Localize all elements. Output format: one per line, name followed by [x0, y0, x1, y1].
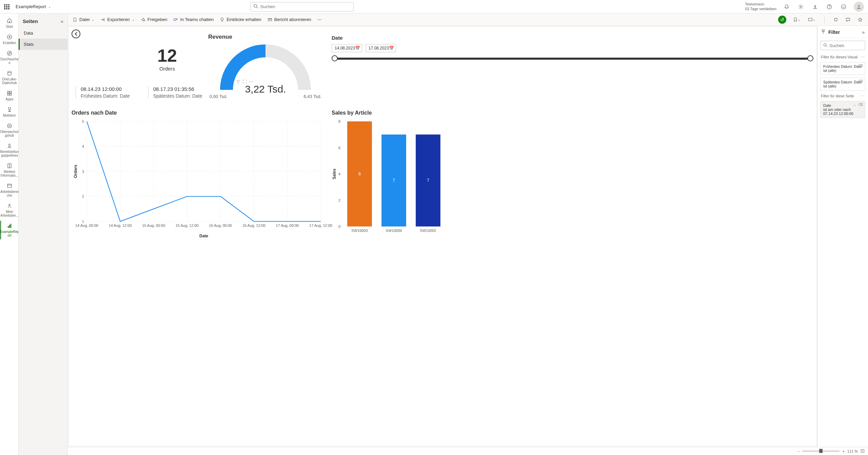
- date-from-input[interactable]: 14.08.2023📅: [332, 44, 362, 52]
- card-date-range[interactable]: 08.14.23 12:00:00 Frühestes Datum: Date …: [76, 86, 207, 99]
- fit-to-page-button[interactable]: [861, 449, 865, 454]
- chevron-down-icon[interactable]: ⌄: [853, 64, 856, 67]
- filter-card[interactable]: ⌄⌫ Frühestes Datum: Date ist (alle): [820, 62, 865, 75]
- rail-workspaces[interactable]: Arbeitsberei che: [0, 181, 18, 199]
- ellipsis-icon[interactable]: ⋯: [861, 55, 865, 59]
- settings-button[interactable]: [797, 3, 805, 11]
- rail-create[interactable]: Erstellen: [0, 32, 18, 47]
- file-icon: [73, 17, 77, 22]
- orders-value: 12: [126, 45, 208, 66]
- download-button[interactable]: [811, 3, 819, 11]
- zoom-out-button[interactable]: −: [797, 449, 800, 453]
- svg-rect-15: [10, 94, 12, 95]
- page-item-stats[interactable]: Stats: [19, 39, 67, 50]
- back-button[interactable]: [72, 29, 80, 38]
- bar-chart-title: Sales by Article: [332, 110, 813, 116]
- rail-myworkspace[interactable]: Mein Arbeitsber...: [0, 201, 18, 219]
- rail-home[interactable]: Start: [0, 16, 18, 31]
- svg-text:SW10003: SW10003: [351, 229, 368, 233]
- app-launcher-button[interactable]: [4, 4, 9, 9]
- filter-icon: [821, 29, 826, 35]
- reset-button[interactable]: ↺: [778, 16, 786, 24]
- slider-handle-end[interactable]: [807, 55, 813, 61]
- home-icon: [6, 18, 13, 24]
- latest-date-value: 08.17.23 01:35:56: [153, 86, 202, 92]
- global-search-input[interactable]: [260, 4, 351, 9]
- bar-chart-sales[interactable]: Sales by Article 024688SW100037SW100007S…: [332, 110, 813, 241]
- subscribe-button[interactable]: Bericht abonnieren: [268, 17, 311, 22]
- chevron-down-icon: ⌄: [92, 18, 94, 21]
- svg-text:Orders: Orders: [73, 165, 78, 178]
- view-menu[interactable]: ⌄: [807, 16, 816, 24]
- svg-rect-24: [9, 225, 10, 228]
- insights-button[interactable]: Einblicke erhalten: [220, 17, 261, 22]
- export-menu[interactable]: Exportieren⌄: [100, 17, 134, 22]
- svg-point-4: [829, 7, 829, 8]
- card-orders[interactable]: 12 Orders: [126, 45, 208, 72]
- clear-filter-icon[interactable]: ⌫: [858, 79, 863, 83]
- svg-point-2: [800, 6, 802, 7]
- rail-onelake[interactable]: OneLake-Datenhub: [0, 68, 18, 87]
- report-title-dropdown[interactable]: ExampleReport ⌄: [14, 3, 53, 11]
- notifications-button[interactable]: [783, 3, 791, 11]
- clear-filter-icon[interactable]: ⌫: [858, 64, 863, 67]
- collapse-pages-button[interactable]: «: [61, 18, 63, 24]
- svg-text:15 Aug, 12:00: 15 Aug, 12:00: [176, 223, 199, 228]
- clear-filter-icon[interactable]: ⌫: [858, 103, 863, 106]
- zoom-in-button[interactable]: +: [842, 449, 844, 453]
- page-item-data[interactable]: Data: [19, 27, 67, 39]
- refresh-button[interactable]: [833, 16, 839, 24]
- filter-search[interactable]: [820, 41, 865, 50]
- comment-button[interactable]: [845, 16, 851, 24]
- bell-icon: [784, 4, 789, 9]
- slider-handle-start[interactable]: [332, 55, 338, 61]
- rail-pipelines[interactable]: Bereitstellun gspipelines: [0, 141, 18, 159]
- date-to-input[interactable]: 17.08.2023📅: [366, 44, 396, 52]
- report-canvas: 12 Orders ⿻ ▽ ⛶ ⋯ 08.14.23 12:00:00 Früh…: [68, 26, 817, 446]
- rail-browse[interactable]: Durchsuche n: [0, 48, 18, 67]
- favorite-button[interactable]: [857, 16, 863, 24]
- expand-filter-button[interactable]: »: [862, 29, 865, 35]
- status-bar: − + 111 %: [68, 447, 868, 455]
- ellipsis-icon[interactable]: ⋯: [861, 94, 865, 98]
- svg-text:16 Aug, 12:00: 16 Aug, 12:00: [242, 223, 265, 228]
- filter-card[interactable]: ⌄⌫ Date ist am oder nach 07.14.23 12:00:…: [820, 101, 865, 118]
- share-icon: [141, 17, 145, 22]
- file-menu[interactable]: Datei⌄: [73, 17, 94, 22]
- date-slider[interactable]: [332, 58, 813, 60]
- line-chart-orders[interactable]: Orders nach Date 1234514 Aug, 00:0014 Au…: [72, 110, 324, 241]
- database-icon: [6, 70, 13, 76]
- bookmark-button[interactable]: ⌄: [792, 16, 801, 24]
- feedback-button[interactable]: [840, 3, 848, 11]
- svg-text:SW10002: SW10002: [420, 229, 436, 233]
- refresh-icon: [833, 17, 838, 22]
- rail-apps[interactable]: Apps: [0, 88, 18, 103]
- help-button[interactable]: [825, 3, 833, 11]
- date-slicer[interactable]: Date 14.08.2023📅 17.08.2023📅: [332, 35, 813, 62]
- svg-point-0: [254, 4, 257, 7]
- calendar-icon: 📅: [355, 46, 360, 51]
- share-button[interactable]: Freigeben: [141, 17, 167, 22]
- zoom-handle[interactable]: [819, 449, 823, 453]
- rail-moreinfo[interactable]: Weitere Informatio...: [0, 161, 18, 179]
- filter-search-input[interactable]: [829, 43, 862, 48]
- rail-monitor[interactable]: Überwachun gshub: [0, 121, 18, 139]
- latest-date-label: Spätestes Datum: Date: [153, 93, 202, 99]
- account-avatar[interactable]: [854, 2, 864, 12]
- export-icon: [100, 17, 105, 22]
- filter-card[interactable]: ⌄⌫ Spätestes Datum: Date ist (alle): [820, 78, 865, 91]
- rail-report[interactable]: ExampleRep ort: [0, 221, 18, 239]
- teams-button[interactable]: In Teams chatten: [173, 17, 214, 22]
- report-toolbar: Datei⌄ Exportieren⌄ Freigeben In Teams c…: [68, 14, 868, 26]
- bookmark-icon: [793, 17, 798, 22]
- chevron-down-icon[interactable]: ⌄: [853, 79, 856, 83]
- rail-metrics[interactable]: Metriken: [0, 104, 18, 119]
- arrow-left-icon: [73, 31, 79, 37]
- more-menu[interactable]: ⋯: [317, 17, 322, 22]
- gauge-revenue[interactable]: Revenue 3,22 Tsd. 0,00 Tsd. 6,43 Tsd.: [206, 34, 325, 98]
- trial-status[interactable]: Testversion: 53 Tage verbleiben: [745, 2, 776, 11]
- zoom-slider[interactable]: [802, 451, 840, 452]
- chevron-down-icon[interactable]: ⌄: [853, 103, 856, 106]
- global-search[interactable]: [250, 2, 354, 12]
- mail-icon: [268, 17, 272, 22]
